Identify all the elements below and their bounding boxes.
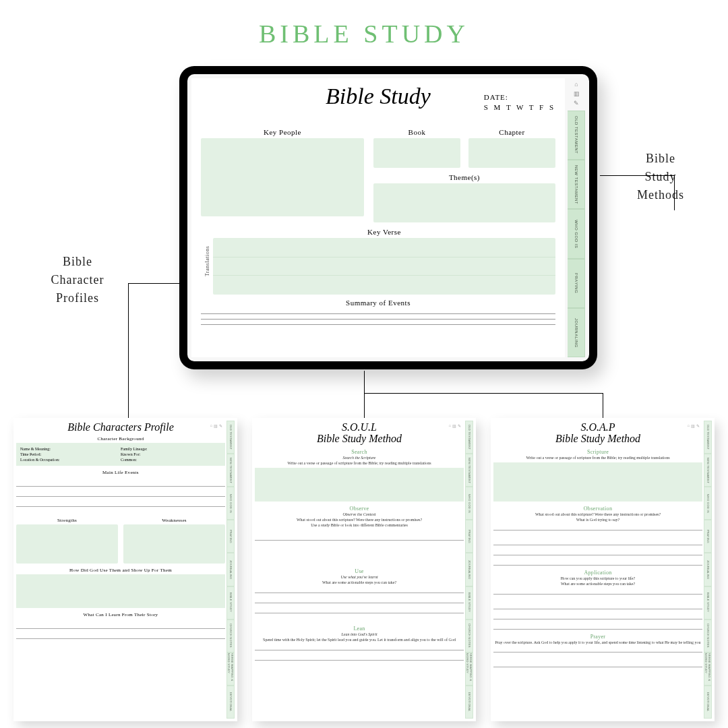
sheet2-tabs: OLD TESTAMENTNEW TESTAMENTWHO GOD ISPRAY… [465,421,473,719]
book-icon[interactable]: ▥ [574,90,580,97]
connector [603,393,603,418]
stab[interactable]: DEVOTIONAL [465,686,473,719]
box-weaknesses[interactable] [123,524,225,564]
sheet1-title: Bible Characters Profile [16,422,225,433]
connector [674,175,675,210]
icon[interactable]: ⌂ [210,423,212,428]
icon[interactable]: ▥ [452,423,456,428]
stab[interactable]: JOURNALING [465,553,473,586]
home-icon[interactable]: ⌂ [574,81,578,88]
sub-lean: Lean into God's Spirit [255,632,464,636]
stab[interactable]: OLD TESTAMENT [226,421,235,454]
box-lean[interactable] [255,645,464,665]
desc-lean: Spend time with the Holy Spirit; let the… [255,638,464,643]
tab-old-testament[interactable]: OLD TESTAMENT [568,111,585,160]
stab[interactable]: JOURNALING [226,553,235,586]
label-key-people: Key People [201,128,364,136]
icon[interactable]: ✎ [219,423,222,428]
box-use[interactable] [255,588,464,621]
box-prayer[interactable] [493,647,702,674]
tab-who-god-is[interactable]: WHO GOD IS [568,209,585,258]
box-key-people[interactable] [201,138,364,216]
box-main-life[interactable] [16,477,225,514]
box-summary[interactable] [201,309,555,326]
callout-right: Bible Study Methods [613,150,708,204]
tab-praying[interactable]: PRAYING [568,259,585,308]
stab[interactable]: PRAYING [226,520,235,553]
stab[interactable]: NEW TESTAMENT [465,454,473,487]
head-observe: Observe [255,506,464,512]
box-themes[interactable] [373,183,555,222]
stab[interactable]: VERSE MAPPING & WORD STUDY [465,653,473,686]
stab[interactable]: VERSE MAPPING & WORD STUDY [226,653,235,686]
icon[interactable]: ▥ [214,423,218,428]
planner-icon[interactable]: ✎ [574,100,579,107]
box-book[interactable] [373,138,460,168]
sub-search: Search the Scripture [255,456,464,460]
box-scripture[interactable] [493,462,702,502]
box-observe[interactable] [255,530,464,564]
label-key-verse: Key Verse [213,228,555,236]
stab[interactable]: OLD TESTAMENT [465,421,473,454]
icon[interactable]: ▥ [691,423,695,428]
desc-prayer: Pray over the scripture. Ask God to help… [493,640,702,646]
date-block: DATE: S M T W T F S [484,93,555,111]
box-learn[interactable] [16,619,225,646]
desc-use: What are some actionable steps you can t… [255,580,464,586]
sub-use: Use what you've learnt [255,575,464,579]
date-label: DATE: [484,93,555,101]
icon[interactable]: ✎ [696,423,700,428]
stab[interactable]: PRAYING [704,520,712,553]
tablet-mockup: Bible Study DATE: S M T W T F S Key Peop… [179,66,597,369]
box-search[interactable] [255,468,464,502]
tablet-icons: ⌂ ▥ ✎ [568,78,585,111]
box-how-god[interactable] [16,574,225,608]
stab[interactable]: BIBLE STUDY [226,586,235,619]
stab[interactable]: BIBLE STUDY [704,586,712,619]
label-chapter: Chapter [468,128,555,136]
sheet1-tabs: OLD TESTAMENTNEW TESTAMENTWHO GOD ISPRAY… [226,421,235,719]
stab[interactable]: WHO GOD IS [704,487,712,520]
box-strengths[interactable] [16,524,118,564]
bg-loc: Location & Occupation: [20,458,121,462]
icon[interactable]: ⌂ [448,423,451,428]
tab-journaling[interactable]: JOURNALING [568,308,585,357]
icon[interactable]: ✎ [458,423,461,428]
head-use: Use [255,568,464,574]
label-weaknesses: Weaknesses [123,518,225,523]
stab[interactable]: VERSE MAPPING & WORD STUDY [704,653,712,686]
stab[interactable]: CHURCH NOTES [226,619,235,653]
icon[interactable]: ⌂ [687,423,690,428]
stab[interactable]: BIBLE STUDY [465,586,473,619]
stab[interactable]: OLD TESTAMENT [704,421,712,454]
connector [364,393,603,394]
label-strengths: Strengths [16,518,118,523]
box-chapter[interactable] [468,138,555,168]
sheet3-title: S.O.A.PBible Study Method [493,422,702,445]
stab[interactable]: PRAYING [465,520,473,553]
connector [128,283,179,284]
connector [600,175,674,176]
desc-search: Write out a verse or passage of scriptur… [255,461,464,466]
stab[interactable]: NEW TESTAMENT [226,454,235,487]
bg-time: Time Period: [20,452,121,456]
stab[interactable]: DEVOTIONAL [226,686,235,719]
stab[interactable]: CHURCH NOTES [465,619,473,653]
stab[interactable]: CHURCH NOTES [704,619,712,653]
sheet2-title: S.O.U.LBible Study Method [255,422,464,445]
stab[interactable]: WHO GOD IS [465,487,473,520]
stab[interactable]: NEW TESTAMENT [704,454,712,487]
callout-left: Bible Character Profiles [27,253,128,307]
box-key-verse[interactable] [213,238,555,295]
bg-grid[interactable]: Name & Meaning:Family Lineage: Time Peri… [16,443,225,466]
head-search: Search [255,449,464,455]
head-application: Application [493,570,702,576]
label-learn: What Can I Learn From Their Story [16,612,225,617]
box-observation[interactable] [493,525,702,566]
label-themes: Theme(s) [373,173,555,181]
stab[interactable]: WHO GOD IS [226,487,235,520]
box-application[interactable] [493,589,702,630]
tab-new-testament[interactable]: NEW TESTAMENT [568,160,585,209]
stab[interactable]: JOURNALING [704,553,712,586]
stab[interactable]: DEVOTIONAL [704,686,712,719]
